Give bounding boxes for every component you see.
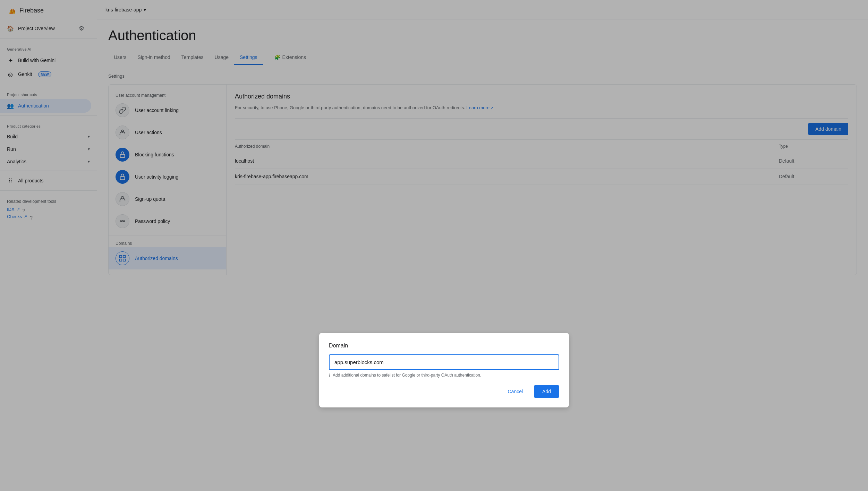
domain-input[interactable] [329, 354, 559, 370]
dialog-title: Domain [329, 343, 559, 349]
dialog-actions: Cancel Add [329, 385, 559, 398]
cancel-button[interactable]: Cancel [501, 385, 530, 398]
add-button[interactable]: Add [534, 385, 559, 398]
dialog-hint: ℹ Add additional domains to safelist for… [329, 373, 559, 378]
dialog-overlay[interactable]: Domain ℹ Add additional domains to safel… [0, 0, 868, 491]
add-domain-dialog: Domain ℹ Add additional domains to safel… [319, 333, 569, 407]
info-icon: ℹ [329, 373, 331, 378]
